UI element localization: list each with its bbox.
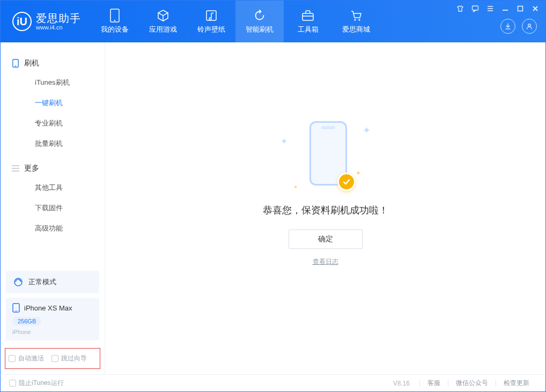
toolbox-icon <box>301 9 315 23</box>
window-controls <box>455 4 540 13</box>
mode-card[interactable]: 正常模式 <box>6 271 99 293</box>
checkbox-auto-activate[interactable]: 自动激活 <box>9 354 44 363</box>
svg-point-12 <box>19 280 20 281</box>
svg-point-10 <box>15 65 16 66</box>
svg-point-14 <box>16 310 17 312</box>
device-capacity-badge: 256GB <box>12 317 41 326</box>
download-button[interactable] <box>500 19 515 34</box>
nav-smart-flash[interactable]: 智能刷机 <box>235 1 284 42</box>
success-illustration: ✦ ✦ ✦ ✦ <box>272 118 379 193</box>
menu-icon[interactable] <box>485 4 495 13</box>
checkbox-skip-guide[interactable]: 跳过向导 <box>51 354 87 363</box>
sidebar-group-more: 更多 其他工具 下载固件 高级功能 <box>1 154 105 239</box>
nav-my-device[interactable]: 我的设备 <box>91 1 139 42</box>
success-message: 恭喜您，保资料刷机成功啦！ <box>263 204 388 217</box>
logo-icon: iU <box>12 12 32 31</box>
nav-tabs: 我的设备 应用游戏 铃声壁纸 智能刷机 工具箱 爱思商城 <box>91 1 380 42</box>
sidebar-group-flash: 刷机 iTunes刷机 一键刷机 专业刷机 批量刷机 <box>1 49 105 154</box>
footer-link-support[interactable]: 客服 <box>420 379 448 388</box>
svg-rect-8 <box>518 6 523 11</box>
nav-apps-games[interactable]: 应用游戏 <box>139 1 187 42</box>
phone-icon <box>11 59 20 68</box>
minimize-button[interactable] <box>500 4 510 13</box>
sidebar-item-advanced[interactable]: 高级功能 <box>11 218 94 239</box>
sparkle-icon: ✦ <box>356 169 361 177</box>
footer-link-update[interactable]: 检查更新 <box>496 379 537 388</box>
sidebar-item-pro-flash[interactable]: 专业刷机 <box>11 113 94 134</box>
nav-toolbox[interactable]: 工具箱 <box>284 1 332 42</box>
sidebar-item-itunes-flash[interactable]: iTunes刷机 <box>11 72 94 93</box>
music-icon <box>204 9 218 23</box>
svg-rect-3 <box>302 13 313 20</box>
device-phone-icon <box>12 303 20 313</box>
maximize-button[interactable] <box>515 4 525 13</box>
ok-button[interactable]: 确定 <box>289 230 363 249</box>
sidebar-item-download-firmware[interactable]: 下载固件 <box>11 198 94 218</box>
tshirt-icon[interactable] <box>455 4 465 13</box>
bottom-options-highlight: 自动激活 跳过向导 <box>5 348 100 369</box>
app-header: iU 爱思助手 www.i4.cn 我的设备 应用游戏 铃声壁纸 智能刷机 <box>1 1 545 42</box>
status-bar: 阻止iTunes运行 V8.16 客服 微信公众号 检查更新 <box>1 374 545 391</box>
sidebar-item-batch-flash[interactable]: 批量刷机 <box>11 134 94 154</box>
svg-point-5 <box>358 19 360 20</box>
svg-point-6 <box>528 24 530 26</box>
cart-icon <box>349 9 363 23</box>
svg-point-4 <box>354 19 356 20</box>
sidebar-item-one-key-flash[interactable]: 一键刷机 <box>11 93 94 113</box>
nav-store[interactable]: 爱思商城 <box>332 1 380 42</box>
svg-rect-7 <box>473 6 478 10</box>
refresh-icon <box>253 9 267 23</box>
close-button[interactable] <box>530 4 540 13</box>
app-name: 爱思助手 <box>36 12 81 24</box>
device-card[interactable]: iPhone XS Max 256GB iPhone <box>6 298 99 341</box>
mode-icon <box>12 276 24 288</box>
svg-point-1 <box>114 20 115 21</box>
footer-link-wechat[interactable]: 微信公众号 <box>448 379 496 388</box>
device-icon <box>108 9 122 23</box>
check-circle-icon <box>337 173 356 191</box>
hamburger-icon <box>11 164 20 173</box>
sidebar-item-other-tools[interactable]: 其他工具 <box>11 177 94 198</box>
sidebar-group-title[interactable]: 刷机 <box>11 54 94 72</box>
nav-ringtone-wallpaper[interactable]: 铃声壁纸 <box>187 1 235 42</box>
version-label: V8.16 <box>393 380 410 387</box>
device-model: iPhone <box>12 329 93 335</box>
cube-icon <box>156 9 170 23</box>
main-content: ✦ ✦ ✦ ✦ 恭喜您，保资料刷机成功啦！ 确定 查看日志 <box>105 42 545 374</box>
feedback-icon[interactable] <box>470 4 480 13</box>
sidebar-group-title[interactable]: 更多 <box>11 159 94 177</box>
checkbox-block-itunes[interactable]: 阻止iTunes运行 <box>9 379 64 388</box>
sparkle-icon: ✦ <box>363 124 371 136</box>
account-button[interactable] <box>522 19 537 34</box>
app-website: www.i4.cn <box>36 24 81 31</box>
sparkle-icon: ✦ <box>281 136 287 146</box>
view-log-link[interactable]: 查看日志 <box>313 257 338 267</box>
app-logo: iU 爱思助手 www.i4.cn <box>1 1 91 42</box>
sparkle-icon: ✦ <box>293 184 298 190</box>
sidebar: 刷机 iTunes刷机 一键刷机 专业刷机 批量刷机 更多 <box>1 42 105 374</box>
